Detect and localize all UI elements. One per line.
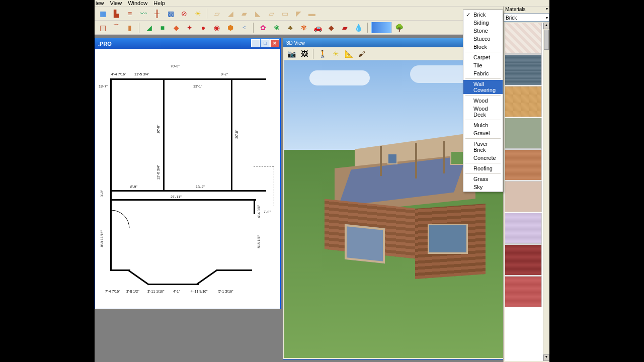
wave-icon[interactable]: 〰 [137, 8, 149, 19]
brick-icon[interactable]: ▤ [97, 22, 109, 33]
slab5-icon[interactable]: ▱ [265, 8, 277, 19]
context-menu-item[interactable]: Siding [463, 19, 503, 27]
materials-scrollbar[interactable]: ▲ ▼ [543, 23, 549, 361]
materials-header[interactable]: Materials [504, 7, 549, 14]
context-menu-item[interactable]: Stone [463, 27, 503, 35]
walk-icon[interactable]: 🚶 [316, 48, 329, 59]
context-menu-item[interactable]: Tile [463, 61, 503, 69]
slab2-icon[interactable]: ◢ [224, 8, 236, 19]
material-swatch[interactable] [505, 213, 542, 244]
plant-icon[interactable]: ✾ [298, 22, 310, 33]
leaf-icon[interactable]: ❀ [271, 22, 283, 33]
context-menu-item[interactable]: Grass [463, 175, 503, 183]
material-swatch[interactable] [505, 149, 542, 180]
material-swatch[interactable] [505, 86, 542, 117]
menu-item[interactable]: iew [96, 0, 104, 6]
slab7-icon[interactable]: ◤ [292, 8, 304, 19]
context-menu-item[interactable]: Wood Deck [463, 105, 503, 119]
flower-icon[interactable]: ✿ [257, 22, 269, 33]
scroll-thumb[interactable] [544, 30, 549, 50]
minimize-button[interactable]: _ [251, 39, 260, 47]
photo-icon[interactable]: 🖼 [298, 48, 310, 59]
hex-icon[interactable]: ⬢ [224, 22, 236, 33]
car-icon[interactable]: 🚗 [311, 22, 324, 33]
material-swatch[interactable] [505, 181, 542, 212]
context-menu-item[interactable]: Mulch [463, 121, 503, 129]
sun-icon[interactable]: ☀ [192, 8, 204, 19]
circle2-icon[interactable]: ◉ [211, 22, 223, 33]
maximize-button[interactable]: □ [261, 39, 270, 47]
close-button[interactable]: ✕ [270, 39, 279, 47]
floorplan-title: .PRO [98, 41, 112, 47]
screenshot-icon[interactable]: 📷 [285, 48, 297, 59]
slab8-icon[interactable]: ▬ [306, 8, 318, 19]
material-swatch[interactable] [505, 276, 542, 307]
drop-icon[interactable]: 💧 [352, 22, 364, 33]
menu-item[interactable]: Help [153, 0, 165, 6]
circle-icon[interactable]: ● [197, 22, 209, 33]
context-menu-item[interactable]: Gravel [463, 129, 503, 137]
slab-icon[interactable]: ▱ [211, 8, 223, 19]
stairs-icon[interactable]: ▙ [110, 8, 122, 19]
context-menu-item[interactable]: Block [463, 43, 503, 51]
floorplan-window[interactable]: .PRO _ □ ✕ [95, 38, 281, 309]
context-menu-item[interactable]: Carpet [463, 53, 503, 61]
material-swatch[interactable] [505, 118, 542, 149]
dim-label: 12'-6 3/4" [156, 165, 160, 180]
brush-icon[interactable]: 🖌 [356, 48, 368, 59]
scroll-up-button[interactable]: ▲ [543, 23, 549, 29]
dots-icon[interactable]: ⁖ [238, 22, 250, 33]
material-swatch[interactable] [505, 23, 542, 54]
context-menu-item[interactable]: Concrete [463, 154, 503, 162]
context-menu-item[interactable]: Wood [463, 97, 503, 105]
menu-separator [465, 52, 501, 52]
menu-separator [465, 78, 501, 79]
view3d-title-text: 3D View [286, 40, 305, 46]
material-swatch[interactable] [505, 54, 542, 85]
material-swatch[interactable] [505, 244, 542, 276]
menu-separator [465, 95, 501, 96]
wall-icon[interactable]: ▮ [124, 22, 136, 33]
slab4-icon[interactable]: ◣ [252, 8, 264, 19]
context-menu-item[interactable]: Brick [463, 11, 503, 19]
context-menu-item[interactable]: Stucco [463, 35, 503, 43]
menu-separator [465, 120, 501, 120]
pattern-icon[interactable]: ▩ [165, 8, 177, 19]
floorplan-titlebar[interactable]: .PRO _ □ ✕ [95, 38, 280, 49]
fence-icon[interactable]: ╫ [151, 8, 163, 19]
context-menu-item[interactable]: Sky [463, 183, 503, 191]
dim-label: 9'-2" [221, 72, 228, 76]
grid-icon[interactable]: ▦ [97, 8, 109, 19]
gradient-icon[interactable] [371, 22, 391, 33]
stop-icon[interactable]: ⊘ [178, 8, 190, 19]
context-menu-item[interactable]: Fabric [463, 69, 503, 77]
terrain-icon[interactable]: ◢ [143, 22, 155, 33]
letterbox-right [549, 0, 644, 362]
scroll-down-button[interactable]: ▼ [543, 354, 549, 361]
dim-label: 7'-4 7/16" [105, 290, 120, 293]
measure-icon[interactable]: 📐 [343, 48, 355, 59]
tree-icon[interactable]: ♣ [284, 22, 296, 33]
tree2-icon[interactable]: 🌳 [393, 22, 405, 33]
materials-combo[interactable]: Brick [504, 14, 549, 22]
context-menu-item[interactable]: Roofing [463, 164, 503, 172]
house-model [314, 126, 486, 277]
menu-item[interactable]: Window [128, 0, 147, 6]
dim-label: 5'-5 1/4" [257, 235, 261, 248]
menu-item[interactable]: View [110, 0, 122, 6]
context-menu-item[interactable]: Wall Covering [463, 80, 503, 94]
bridge-icon[interactable]: ≡ [124, 8, 136, 19]
slab6-icon[interactable]: ▭ [279, 8, 291, 19]
dim-label: 7'-9" [264, 210, 271, 214]
arch-icon[interactable]: ⌒ [110, 22, 122, 33]
context-menu-item[interactable]: Paver Brick [463, 140, 503, 154]
red-icon[interactable]: ▰ [339, 22, 351, 33]
menu-separator [465, 138, 501, 139]
object-icon[interactable]: ◆ [325, 22, 337, 33]
square-icon[interactable]: ■ [156, 22, 169, 33]
diamond-icon[interactable]: ◆ [170, 22, 182, 33]
star-icon[interactable]: ✦ [184, 22, 196, 33]
slab3-icon[interactable]: ▰ [238, 8, 250, 19]
floorplan-canvas[interactable]: 70'-0" 4'-4 7/16" 11'-5 3/4" 9'-2" 18'-7… [95, 49, 280, 309]
light-icon[interactable]: ☀ [330, 48, 342, 59]
